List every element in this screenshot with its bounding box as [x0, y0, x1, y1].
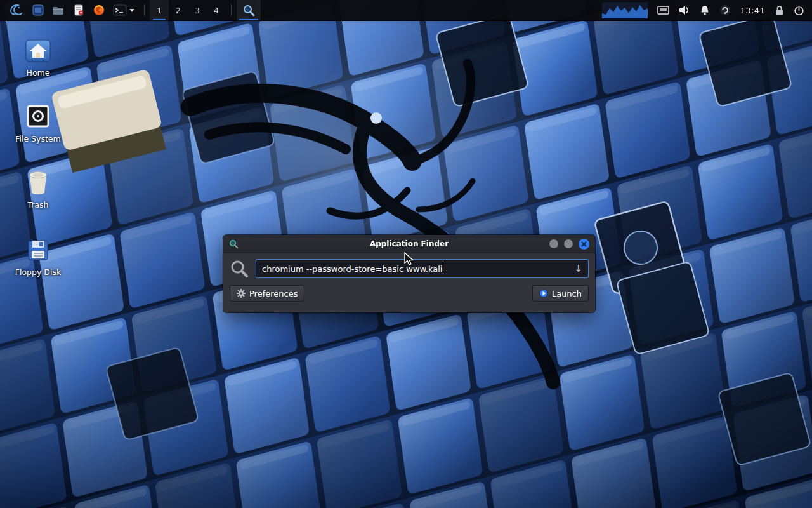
kali-menu-button[interactable] [5, 0, 28, 21]
desktop-icon-home[interactable]: Home [8, 34, 69, 77]
updates-icon[interactable] [719, 4, 731, 16]
volume-icon[interactable] [679, 5, 690, 15]
kali-logo-icon [9, 3, 24, 18]
terminal-launcher[interactable] [109, 0, 139, 21]
floppy-disk-icon [25, 237, 51, 263]
taskbar-application-finder[interactable] [237, 0, 261, 21]
text-editor-icon [72, 4, 85, 17]
preferences-button[interactable]: Preferences [230, 285, 304, 302]
launch-button[interactable]: Launch [532, 285, 589, 302]
text-editor-launcher[interactable] [69, 0, 89, 21]
home-icon [25, 38, 51, 64]
workspace-4[interactable]: 4 [207, 0, 226, 21]
system-load-graph[interactable] [602, 2, 648, 18]
terminal-icon [113, 4, 127, 17]
mouse-cursor [403, 252, 416, 266]
command-input[interactable]: chromium --password-store=basic www.kali… [256, 259, 589, 278]
window-app-launcher[interactable] [28, 0, 48, 21]
file-manager-launcher[interactable] [48, 0, 69, 21]
lock-icon[interactable] [775, 5, 784, 16]
firefox-icon [93, 4, 105, 17]
workspace-1[interactable]: 1 [150, 0, 169, 21]
window-app-icon [32, 4, 44, 17]
desktop-icon-file-system[interactable]: File System [8, 100, 69, 144]
close-icon [581, 241, 587, 247]
notifications-bell-icon[interactable] [700, 5, 710, 16]
minimize-button[interactable] [549, 239, 558, 248]
preferences-label: Preferences [249, 289, 298, 298]
history-dropdown-arrow[interactable]: ↓ [569, 264, 582, 274]
app-finder-window-icon [229, 239, 239, 249]
launch-icon [539, 289, 548, 298]
power-logout-icon[interactable] [794, 5, 804, 16]
launch-label: Launch [552, 289, 582, 298]
panel-separator [231, 4, 232, 16]
search-icon [230, 259, 249, 278]
top-panel: 1 2 3 4 [0, 0, 812, 21]
close-button[interactable] [579, 239, 589, 250]
desktop-icon-label: File System [8, 134, 69, 144]
workspace-2[interactable]: 2 [169, 0, 188, 21]
window-title: Application Finder [223, 239, 595, 248]
trash-icon [26, 169, 50, 196]
chevron-down-icon [129, 8, 135, 13]
text-caret [443, 264, 443, 274]
desktop-icon-trash[interactable]: Trash [8, 166, 69, 210]
firefox-launcher[interactable] [89, 0, 109, 21]
gear-icon [237, 289, 246, 298]
titlebar[interactable]: Application Finder [223, 235, 595, 253]
search-icon [242, 4, 255, 17]
workspace-3[interactable]: 3 [188, 0, 207, 21]
desktop-icon-label: Home [8, 68, 69, 77]
application-finder-window: Application Finder chromium --password-s… [223, 235, 595, 312]
panel-separator [144, 4, 145, 16]
maximize-button[interactable] [564, 239, 573, 248]
panel-clock[interactable]: 13:41 [740, 6, 765, 15]
display-icon[interactable] [657, 6, 669, 15]
dragon-eye-sphere [370, 112, 382, 124]
file-system-icon [25, 103, 51, 130]
desktop-icon-label: Trash [8, 200, 69, 210]
folder-icon [52, 4, 65, 17]
desktop-icon-label: Floppy Disk [8, 267, 69, 277]
desktop-icon-floppy-disk[interactable]: Floppy Disk [8, 234, 69, 277]
